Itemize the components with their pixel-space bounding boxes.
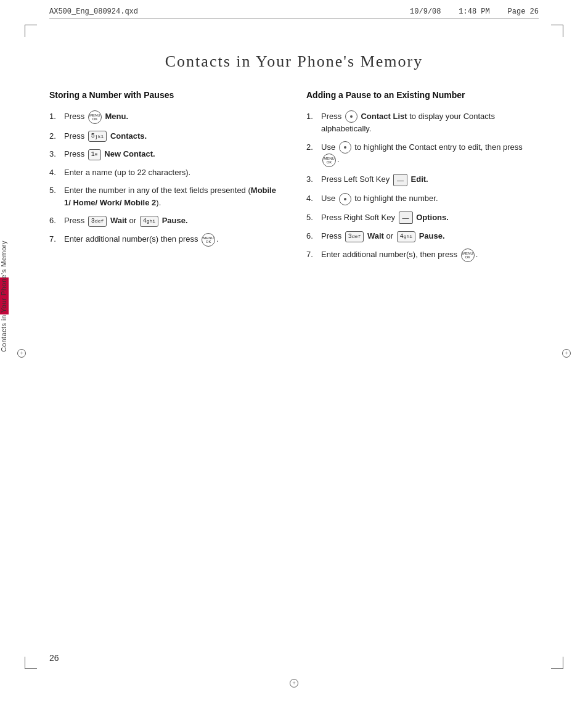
left-step-3: 3. Press 1 ≡ New Contact. xyxy=(49,148,282,160)
left-column: Storing a Number with Pauses 1. Press ME… xyxy=(49,89,282,268)
page-title: Contacts in Your Phone's Memory xyxy=(49,52,539,71)
side-tab-text: Contacts in Your Phone's Memory xyxy=(0,240,17,352)
right-step-2: 2. Use to highlight the Contact entry to… xyxy=(306,141,539,168)
header-filename: AX500_Eng_080924.qxd xyxy=(49,7,138,16)
left-section-title: Storing a Number with Pauses xyxy=(49,89,282,102)
key-3-icon-right: 3 def xyxy=(345,231,364,242)
corner-mark-br xyxy=(551,657,563,669)
corner-mark-tr xyxy=(551,25,563,37)
left-steps: 1. Press MENUOK Menu. 2. Press 5 jkl Con… xyxy=(49,110,282,247)
header-bar: AX500_Eng_080924.qxd 10/9/08 1:48 PM Pag… xyxy=(49,7,539,19)
menu-ok-icon-4: MENUOK xyxy=(461,248,475,262)
right-step-7: 7. Enter additional number(s), then pres… xyxy=(306,248,539,262)
menu-ok-icon-3: MENUOK xyxy=(322,154,336,167)
reg-mark-right xyxy=(562,349,571,358)
reg-mark-bottom xyxy=(290,679,298,688)
left-step-6: 6. Press 3 def Wait or 4 ghi Pause. xyxy=(49,215,282,227)
reg-mark-left xyxy=(17,349,26,358)
key-1-icon: 1 ≡ xyxy=(88,149,101,160)
left-step-2: 2. Press 5 jkl Contacts. xyxy=(49,130,282,142)
right-step-6: 6. Press 3 def Wait or 4 ghi Pause. xyxy=(306,230,539,242)
menu-ok-icon-2: MENUOK xyxy=(202,233,215,247)
menu-ok-icon-1: MENUOK xyxy=(88,110,102,124)
soft-left-key-icon: — xyxy=(393,174,407,187)
corner-mark-tl xyxy=(25,25,37,37)
right-section-title: Adding a Pause to an Existing Number xyxy=(306,89,539,102)
soft-right-key-icon: — xyxy=(399,211,413,224)
key-4-icon-left: 4 ghi xyxy=(140,216,158,227)
right-step-5: 5. Press Right Soft Key — Options. xyxy=(306,211,539,224)
left-step-7: 7. Enter additional number(s) then press… xyxy=(49,233,282,247)
key-3-icon-left: 3 def xyxy=(88,216,107,227)
corner-mark-bl xyxy=(25,657,37,669)
right-step-4: 4. Use to highlight the number. xyxy=(306,192,539,205)
side-tab: Contacts in Your Phone's Memory xyxy=(0,197,17,395)
key-5-icon: 5 jkl xyxy=(88,131,107,142)
two-column-layout: Storing a Number with Pauses 1. Press ME… xyxy=(49,89,539,268)
header-datetime: 10/9/08 1:48 PM Page 26 xyxy=(410,7,539,16)
left-step-4: 4. Enter a name (up to 22 characters). xyxy=(49,166,282,179)
right-step-3: 3. Press Left Soft Key — Edit. xyxy=(306,173,539,186)
nav-circle-icon-1 xyxy=(345,110,357,123)
nav-circle-icon-2 xyxy=(339,141,351,154)
key-4-icon-right: 4 ghi xyxy=(397,231,415,242)
right-steps: 1. Press Contact List to display your Co… xyxy=(306,110,539,262)
left-step-5: 5. Enter the number in any of the text f… xyxy=(49,184,282,208)
left-step-1: 1. Press MENUOK Menu. xyxy=(49,110,282,124)
right-column: Adding a Pause to an Existing Number 1. … xyxy=(306,89,539,268)
right-step-1: 1. Press Contact List to display your Co… xyxy=(306,110,539,135)
nav-circle-icon-3 xyxy=(339,193,351,205)
main-content: Contacts in Your Phone's Memory Storing … xyxy=(49,34,539,657)
